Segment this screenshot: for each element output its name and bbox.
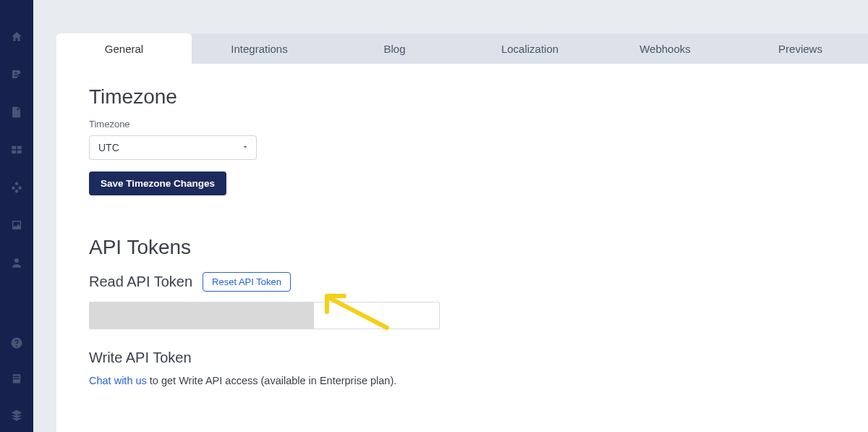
- content: General Integrations Blog Localization W…: [56, 33, 868, 432]
- grid-icon[interactable]: [9, 142, 25, 158]
- reset-api-token-button[interactable]: Reset API Token: [203, 272, 291, 292]
- components-icon[interactable]: [9, 179, 25, 195]
- timezone-title: Timezone: [89, 85, 835, 109]
- token-mask: [90, 302, 314, 329]
- read-token-title: Read API Token: [89, 274, 192, 290]
- write-token-help: Chat with us to get Write API access (av…: [89, 375, 835, 386]
- panel: Timezone Timezone UTC Save Timezone Chan…: [56, 64, 868, 432]
- read-token-row: Read API Token Reset API Token: [89, 272, 835, 292]
- sidebar-top: [9, 29, 25, 335]
- timezone-select[interactable]: UTC: [89, 135, 257, 160]
- sidebar-bottom: [9, 335, 25, 432]
- tab-general[interactable]: General: [56, 33, 192, 64]
- chat-with-us-link[interactable]: Chat with us: [89, 375, 147, 386]
- tab-localization[interactable]: Localization: [462, 33, 597, 64]
- book-icon[interactable]: [9, 371, 25, 387]
- tab-webhooks[interactable]: Webhooks: [597, 33, 733, 64]
- tab-previews[interactable]: Previews: [733, 33, 868, 64]
- blog-icon[interactable]: [9, 67, 25, 82]
- read-token-input[interactable]: [89, 302, 440, 329]
- tab-integrations[interactable]: Integrations: [192, 33, 327, 64]
- page-icon[interactable]: [9, 104, 25, 120]
- tabs: General Integrations Blog Localization W…: [56, 33, 868, 64]
- write-token-section: Write API Token Chat with us to get Writ…: [89, 350, 835, 386]
- write-token-help-suffix: to get Write API access (available in En…: [147, 375, 396, 386]
- write-token-title: Write API Token: [89, 350, 835, 366]
- sidebar: [0, 0, 33, 432]
- tab-blog[interactable]: Blog: [327, 33, 462, 64]
- api-tokens-title: API Tokens: [89, 236, 835, 259]
- users-icon[interactable]: [9, 255, 25, 271]
- timezone-label: Timezone: [89, 119, 835, 130]
- layers-icon[interactable]: [9, 407, 25, 423]
- timezone-select-wrap: UTC: [89, 135, 257, 160]
- image-icon[interactable]: [9, 217, 25, 233]
- api-section: API Tokens Read API Token Reset API Toke…: [89, 236, 835, 386]
- help-icon[interactable]: [9, 335, 25, 351]
- home-icon[interactable]: [9, 29, 25, 45]
- save-timezone-button[interactable]: Save Timezone Changes: [89, 171, 226, 195]
